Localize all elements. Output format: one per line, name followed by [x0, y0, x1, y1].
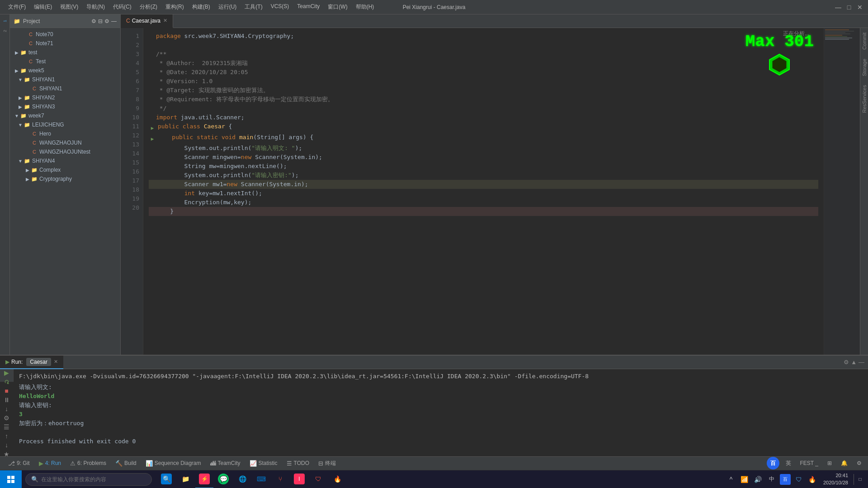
resservices-label[interactable]: ResServices [860, 80, 868, 117]
rerun-button[interactable]: ↻ [2, 378, 11, 385]
tree-item-week7[interactable]: ▼ 📁 week7 [10, 111, 120, 120]
tab-close-run[interactable]: ✕ [54, 359, 58, 365]
menu-run[interactable]: 运行(U) [215, 1, 241, 13]
taskbar-explorer-app[interactable]: 📁 [176, 470, 194, 488]
tree-item-leijicheng[interactable]: ▼ 📁 LEIJICHENG [10, 120, 120, 129]
list-icon[interactable]: ☰ [2, 423, 11, 431]
tree-item-test-class[interactable]: C Test [10, 57, 120, 66]
settings-run[interactable]: ⚙ [2, 414, 11, 422]
build-item[interactable]: 🔨 Build [111, 456, 141, 470]
close-terminal-icon[interactable]: — [859, 359, 864, 366]
tray-baidu[interactable]: 百 [780, 474, 791, 485]
storage-label[interactable]: Storage [860, 54, 868, 81]
taskbar-git-app[interactable]: ⑂ [271, 470, 289, 488]
minimize-panel-icon[interactable]: — [111, 18, 117, 24]
git-item[interactable]: ⎇ 9: Git [4, 456, 34, 470]
sequence-item[interactable]: 📊 Sequence Diagram [141, 456, 206, 470]
menu-vcs[interactable]: VCS(S) [267, 1, 293, 13]
search-input[interactable] [41, 476, 132, 483]
tree-item-shiyan4[interactable]: ▼ 📁 SHIYAN4 [10, 156, 120, 165]
taskbar-firewall-app[interactable]: 🔥 [328, 470, 346, 488]
run-item[interactable]: ▶ 4: Run [34, 456, 66, 470]
tray-expand[interactable]: ^ [726, 474, 736, 485]
side-icon-2[interactable]: 2 [0, 27, 9, 36]
code-area[interactable]: package src.week7.SHIYAN4.Cryptography; … [143, 28, 824, 355]
menu-file[interactable]: 文件(F) [5, 1, 29, 13]
show-desktop[interactable]: □ [854, 474, 864, 485]
maximize-button[interactable]: □ [845, 4, 853, 11]
tree-item-note70[interactable]: C Note70 [10, 30, 120, 39]
baidu-icon[interactable]: 百 [767, 457, 779, 469]
gear-icon[interactable]: ⚙ [104, 18, 109, 24]
caesar-tab[interactable]: Caesar [26, 358, 51, 366]
grid-icon[interactable]: ⊞ [825, 460, 835, 466]
menu-window[interactable]: 窗口(W) [324, 1, 351, 13]
problems-item[interactable]: ⚠ 6: Problems [66, 456, 111, 470]
settings-icon[interactable]: ⚙ [91, 18, 96, 24]
up-arrow-icon[interactable]: ↑ [2, 432, 11, 440]
system-clock[interactable]: 20:41 2020/10/28 [821, 472, 851, 486]
menu-analyze[interactable]: 分析(Z) [136, 1, 161, 13]
taskbar-idea-app[interactable]: ⚡ [195, 470, 213, 488]
taskbar-search-app[interactable]: 🔍 [157, 470, 175, 488]
start-button[interactable] [0, 470, 22, 488]
menu-tools[interactable]: 工具(T) [241, 1, 266, 13]
notification-icon[interactable]: 🔔 [838, 460, 850, 466]
menu-code[interactable]: 代码(C) [109, 1, 135, 13]
tree-item-wangzhaojun[interactable]: C WANGZHAOJUN [10, 138, 120, 147]
stop-button[interactable]: ■ [2, 387, 11, 394]
menu-edit[interactable]: 编辑(E) [30, 1, 56, 13]
taskbar-antivirus-app[interactable]: 🛡 [309, 470, 327, 488]
tree-item-hero[interactable]: C Hero [10, 129, 120, 138]
tab-close-button[interactable]: ✕ [163, 18, 167, 23]
run-tab[interactable]: ▶ Run: Caesar ✕ [0, 356, 63, 369]
collapse-icon[interactable]: ⊟ [98, 18, 103, 24]
pause-button[interactable]: ⏸ [2, 396, 11, 404]
commit-label[interactable]: Commit [860, 28, 868, 54]
menu-refactor[interactable]: 重构(R) [162, 1, 188, 13]
close-button[interactable]: ✕ [856, 4, 863, 11]
search-bar[interactable]: 🔍 [25, 473, 152, 486]
down-arrow[interactable]: ↓ [2, 405, 11, 413]
tree-item-shiyan1-folder[interactable]: ▼ 📁 SHIYAN1 [10, 75, 120, 84]
taskbar-idea2-app[interactable]: I [290, 470, 308, 488]
editor-tab-caesar[interactable]: C Caesar.java ✕ [121, 14, 173, 28]
tree-item-shiyan2[interactable]: ▶ 📁 SHIYAN2 [10, 93, 120, 102]
tree-item-shiyan1-class[interactable]: C SHIYAN1 [10, 84, 120, 93]
menu-build[interactable]: 构建(B) [189, 1, 214, 13]
taskbar-wechat-app[interactable]: 💬 [214, 470, 232, 488]
settings-icon[interactable]: ⚙ [844, 359, 849, 366]
fest-label[interactable]: FEST _ [797, 460, 821, 466]
tree-item-week5[interactable]: ▶ 📁 week5 [10, 66, 120, 75]
tree-item-complex[interactable]: ▶ 📁 Complex [10, 165, 120, 174]
ime-status[interactable]: 英 [783, 460, 794, 467]
menu-view[interactable]: 视图(V) [57, 1, 82, 13]
taskbar-vscode-app[interactable]: ⌨ [252, 470, 270, 488]
down-arrow-icon[interactable]: ↓ [2, 441, 11, 449]
statistic-item[interactable]: 📈 Statistic [245, 456, 282, 470]
terminal-item[interactable]: ⊟ 终端 [314, 456, 340, 470]
tray-shield[interactable]: 🛡 [793, 474, 804, 485]
expand-icon[interactable]: ▲ [851, 359, 857, 366]
menu-teamcity[interactable]: TeamCity [293, 1, 323, 13]
tree-item-note71[interactable]: C Note71 [10, 39, 120, 48]
fav-icon[interactable]: ★ [2, 450, 11, 456]
menu-nav[interactable]: 导航(N) [83, 1, 108, 13]
tree-item-shiyan3[interactable]: ▶ 📁 SHIYAN3 [10, 102, 120, 111]
tray-net[interactable]: 📶 [739, 474, 750, 485]
taskbar-edge-app[interactable]: 🌐 [233, 470, 251, 488]
menu-help[interactable]: 帮助(H) [352, 1, 378, 13]
teamcity-item[interactable]: 🏙 TeamCity [206, 456, 245, 470]
tree-item-wangzhaojuntest[interactable]: C WANGZHAOJUNtest [10, 147, 120, 156]
code-line-5: * @Date: 2020/10/28 20:05 [149, 68, 818, 77]
tray-volume[interactable]: 🔊 [753, 474, 764, 485]
tray-ime-cn[interactable]: 中 [766, 474, 777, 485]
settings-status-icon[interactable]: ⚙ [854, 460, 864, 466]
run-button[interactable]: ▶ [2, 369, 11, 376]
tree-item-cryptography[interactable]: ▶ 📁 Cryptography [10, 174, 120, 183]
side-icon-1[interactable]: 1 [0, 17, 9, 26]
minimize-button[interactable]: — [835, 4, 842, 11]
tray-defender[interactable]: 🔥 [807, 474, 818, 485]
todo-item[interactable]: ☰ TODO [282, 456, 314, 470]
tree-item-test[interactable]: ▶ 📁 test [10, 48, 120, 57]
